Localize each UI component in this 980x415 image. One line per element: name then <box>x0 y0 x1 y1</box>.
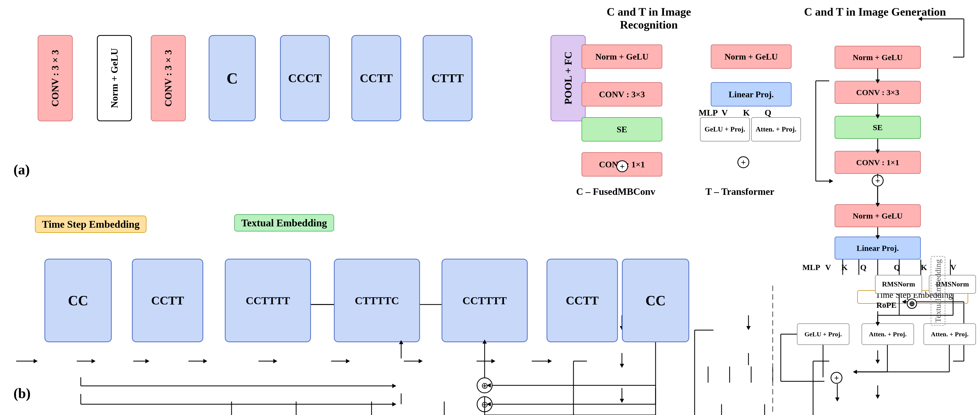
textual-embedding-c-label: Textual Embedding <box>932 232 945 350</box>
t-v-label: V <box>722 108 728 118</box>
c-plus-circle: + <box>616 160 628 172</box>
recognition-title: C and T in Image Recognition <box>582 5 716 31</box>
svg-marker-175 <box>835 397 840 402</box>
t-gelu-proj: GeLU + Proj. <box>700 117 750 142</box>
pool-fc-block: POOL + FC <box>550 35 585 121</box>
svg-marker-5 <box>145 359 150 363</box>
t-mlp-label: MLP <box>698 108 718 118</box>
c-v-label: V <box>825 263 831 272</box>
block-cctt: CCTT <box>132 259 203 342</box>
c-q2-label: Q <box>894 263 900 272</box>
svg-marker-183 <box>392 384 396 388</box>
stage-cctt-block: CCTT <box>352 35 401 121</box>
section-a-label: (a) <box>13 162 30 177</box>
block-cctt-2: CCTT <box>547 259 618 342</box>
svg-marker-197 <box>487 402 491 406</box>
c-top-plus1: + <box>872 175 884 187</box>
c-top-linear-proj: Linear Proj. <box>835 236 921 260</box>
c-norm-gelu: Norm + GeLU <box>582 45 662 69</box>
c-fused-label: C – FusedMBConv <box>576 186 655 197</box>
textual-embedding-b: Textual Embedding <box>234 214 334 231</box>
svg-marker-194 <box>487 383 491 388</box>
section-c-top-title: C and T in Image Generation <box>781 5 969 18</box>
block-cc-2: CC <box>622 259 689 342</box>
conv1-block: CONV : 3×3 <box>38 35 73 121</box>
t-linear-proj: Linear Proj. <box>711 82 792 107</box>
svg-marker-158 <box>829 179 833 183</box>
section-b-label: (b) <box>13 385 31 401</box>
svg-marker-15 <box>492 359 495 363</box>
svg-point-190 <box>477 397 492 412</box>
t-transformer-label: T – Transformer <box>705 186 774 197</box>
svg-marker-13 <box>418 359 423 363</box>
svg-marker-3 <box>92 359 95 363</box>
block-cttttc: CTTTTC <box>334 259 420 342</box>
conv2-block: CONV : 3×3 <box>151 35 186 121</box>
c-v2-label: V <box>950 263 956 272</box>
c-atten-proj1: Atten. + Proj. <box>862 323 914 345</box>
t-atten-proj: Atten. + Proj. <box>751 117 801 142</box>
c-rope-label: RoPE <box>877 300 897 310</box>
stage-ccct-block: CCCT <box>280 35 330 121</box>
c-rmsnorm1: RMSNorm <box>875 275 922 294</box>
c-rope-plus: ⊕ <box>907 298 917 309</box>
c-top-conv1x1: CONV : 1×1 <box>835 151 921 174</box>
c-conv3x3: CONV : 3×3 <box>582 82 662 107</box>
svg-marker-7 <box>203 359 207 363</box>
svg-text:⊕: ⊕ <box>481 400 488 409</box>
stage-cttt-block: CTTT <box>423 35 473 121</box>
svg-marker-111 <box>902 300 906 304</box>
t-norm-gelu: Norm + GeLU <box>711 45 792 69</box>
c-q-label: Q <box>860 263 866 272</box>
c-k-label: K <box>842 263 848 272</box>
svg-marker-9 <box>273 359 277 363</box>
c-k2-label: K <box>921 263 927 272</box>
svg-marker-11 <box>346 359 350 363</box>
t-q-label: Q <box>765 108 772 118</box>
svg-marker-26 <box>620 399 624 403</box>
t-k-label: K <box>743 108 750 118</box>
t-plus-circle: + <box>737 156 749 168</box>
block-cc-1: CC <box>45 259 112 342</box>
c-gelu-proj: GeLU + Proj. <box>797 323 850 345</box>
c-top-norm-gelu: Norm + GeLU <box>835 46 921 69</box>
svg-marker-20 <box>548 359 552 363</box>
svg-marker-36 <box>746 326 751 330</box>
time-step-embedding-b: Time Step Embedding <box>35 215 146 233</box>
norm-gelu-block: Norm + GeLU <box>97 35 132 121</box>
c-top-norm-gelu2: Norm + GeLU <box>835 204 921 227</box>
svg-point-188 <box>477 378 492 393</box>
svg-marker-103 <box>875 360 880 364</box>
c-se: SE <box>582 117 662 142</box>
svg-marker-171 <box>853 370 857 374</box>
svg-marker-105 <box>875 395 880 399</box>
svg-marker-24 <box>620 364 624 368</box>
c-top-conv3x3: CONV : 3×3 <box>835 81 921 104</box>
c-mlp-label: MLP <box>802 263 820 272</box>
svg-marker-187 <box>392 402 396 406</box>
block-cctttt-2: CCTTTT <box>442 259 528 342</box>
stage-c-block: C <box>208 35 256 121</box>
c-bottom-plus: + <box>830 372 842 384</box>
c-top-se: SE <box>835 116 921 139</box>
svg-text:⊕: ⊕ <box>481 381 488 391</box>
svg-marker-1 <box>33 359 38 363</box>
block-cctttt: CCTTTT <box>225 259 311 342</box>
